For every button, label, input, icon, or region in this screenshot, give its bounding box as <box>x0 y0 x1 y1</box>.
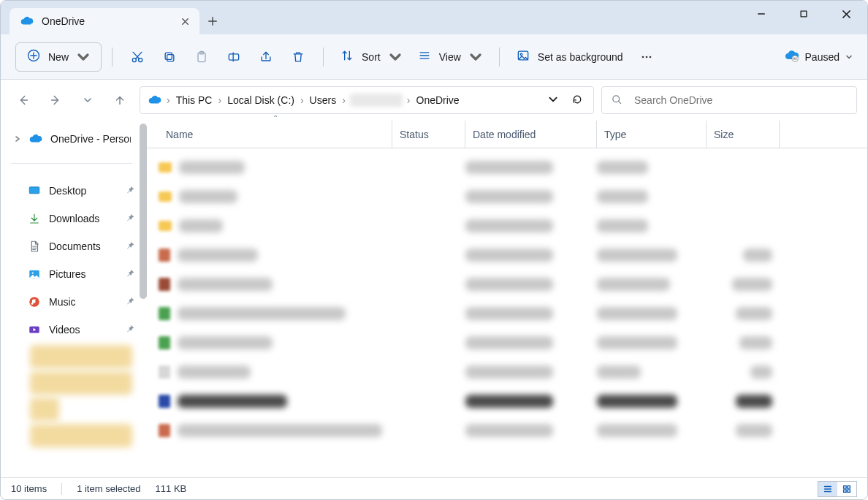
sidebar-item-label: OneDrive - Personal <box>50 133 131 145</box>
file-row[interactable] <box>144 416 867 445</box>
col-name[interactable]: ⌃ Name <box>159 121 392 148</box>
recent-locations-button[interactable] <box>75 88 100 113</box>
pin-icon <box>126 185 135 197</box>
search-box[interactable] <box>601 86 857 114</box>
rename-button[interactable] <box>219 42 248 72</box>
refresh-button[interactable] <box>571 94 583 107</box>
search-icon <box>611 94 623 107</box>
sidebar-item-desktop[interactable]: Desktop <box>1 177 142 205</box>
paste-button[interactable] <box>187 42 216 72</box>
pin-icon <box>126 296 135 308</box>
music-icon <box>27 295 42 309</box>
toolbar: New Sort View Set as backg <box>1 34 867 80</box>
sidebar-item-downloads[interactable]: Downloads <box>1 205 142 232</box>
breadcrumb-local-disk[interactable]: Local Disk (C:) <box>226 94 296 106</box>
sidebar-item-redacted[interactable] <box>30 345 132 368</box>
tab-close-button[interactable] <box>180 17 189 26</box>
up-button[interactable] <box>107 88 132 113</box>
sidebar-scrollbar[interactable] <box>140 124 147 299</box>
cut-button[interactable] <box>123 42 152 72</box>
svg-point-14 <box>792 56 798 61</box>
svg-rect-25 <box>848 489 850 492</box>
col-date[interactable]: Date modified <box>465 121 597 148</box>
chevron-right-icon[interactable]: › <box>340 94 347 106</box>
col-type[interactable]: Type <box>597 121 707 148</box>
search-input[interactable] <box>633 94 848 107</box>
window-tab[interactable]: OneDrive <box>9 8 199 34</box>
more-button[interactable] <box>632 42 661 72</box>
chevron-right-icon[interactable]: › <box>406 94 412 106</box>
chevron-right-icon[interactable]: › <box>299 94 305 106</box>
view-button[interactable]: View <box>411 42 489 72</box>
expand-right-icon[interactable] <box>14 133 21 145</box>
sidebar-item-label: Pictures <box>49 268 86 280</box>
sidebar-item-music[interactable]: Music <box>1 288 142 316</box>
maximize-button[interactable] <box>783 1 825 27</box>
svg-rect-5 <box>165 53 172 59</box>
new-label: New <box>48 51 69 63</box>
back-button[interactable] <box>11 88 36 113</box>
clipboard-icon <box>194 50 209 64</box>
file-list: ⌃ Name Status Date modified Type Size <box>143 121 867 477</box>
col-status[interactable]: Status <box>392 121 465 148</box>
file-row[interactable] <box>144 240 867 270</box>
file-row[interactable] <box>144 182 867 211</box>
details-view-button[interactable] <box>818 482 837 496</box>
sidebar: OneDrive - Personal Desktop Downloads <box>1 121 143 477</box>
chevron-down-icon <box>468 50 483 64</box>
sidebar-item-label: Documents <box>49 240 101 252</box>
set-bg-button[interactable]: Set as background <box>510 42 629 72</box>
chevron-right-icon[interactable]: › <box>165 94 172 106</box>
sidebar-item-label: Videos <box>49 324 80 336</box>
sidebar-item-pictures[interactable]: Pictures <box>1 260 142 288</box>
copy-button[interactable] <box>155 42 184 72</box>
file-row[interactable] <box>144 299 867 328</box>
addr-dropdown-button[interactable] <box>548 94 558 107</box>
file-row[interactable] <box>144 153 867 182</box>
file-row[interactable] <box>144 211 867 240</box>
sync-status[interactable]: Paused <box>785 48 853 65</box>
sidebar-item-documents[interactable]: Documents <box>1 232 142 260</box>
close-window-button[interactable] <box>825 1 867 27</box>
file-row[interactable] <box>144 357 867 387</box>
file-icon <box>159 365 170 379</box>
onedrive-cloud-icon <box>28 132 43 146</box>
statusbar: 10 items 1 item selected 111 KB <box>1 477 867 499</box>
file-icon <box>159 336 170 349</box>
delete-button[interactable] <box>283 42 313 72</box>
ellipsis-icon <box>639 50 654 64</box>
sidebar-item-redacted[interactable] <box>30 398 59 421</box>
new-plus-icon <box>26 48 41 65</box>
selection-size: 111 KB <box>156 483 187 494</box>
sidebar-item-redacted[interactable] <box>30 424 132 447</box>
chevron-right-icon[interactable]: › <box>216 94 223 106</box>
rows <box>144 148 867 477</box>
sidebar-item-onedrive[interactable]: OneDrive - Personal <box>1 125 142 153</box>
file-row[interactable] <box>144 270 867 299</box>
sort-button[interactable]: Sort <box>334 42 408 72</box>
breadcrumb-username-redacted[interactable] <box>350 94 403 107</box>
svg-point-10 <box>520 53 522 56</box>
breadcrumb-onedrive[interactable]: OneDrive <box>415 94 461 106</box>
breadcrumb-this-pc[interactable]: This PC <box>175 94 214 106</box>
file-row-selected[interactable] <box>144 387 867 416</box>
view-toggle <box>818 481 857 497</box>
new-button[interactable]: New <box>15 42 102 72</box>
svg-point-13 <box>649 56 651 58</box>
sidebar-item-redacted[interactable] <box>30 371 132 395</box>
new-tab-button[interactable] <box>199 8 226 34</box>
address-bar[interactable]: › This PC › Local Disk (C:) › Users › › … <box>140 86 594 114</box>
breadcrumb-users[interactable]: Users <box>308 94 338 106</box>
view-list-icon <box>417 48 432 65</box>
minimize-button[interactable] <box>740 1 783 27</box>
share-button[interactable] <box>251 42 281 72</box>
file-row[interactable] <box>144 328 867 357</box>
view-label: View <box>439 51 461 63</box>
file-icon <box>159 395 170 408</box>
trash-icon <box>291 50 305 64</box>
col-size[interactable]: Size <box>707 121 780 148</box>
sidebar-item-videos[interactable]: Videos <box>1 316 142 344</box>
forward-button[interactable] <box>43 88 68 113</box>
thumbnails-view-button[interactable] <box>837 482 856 496</box>
svg-rect-8 <box>229 53 238 59</box>
